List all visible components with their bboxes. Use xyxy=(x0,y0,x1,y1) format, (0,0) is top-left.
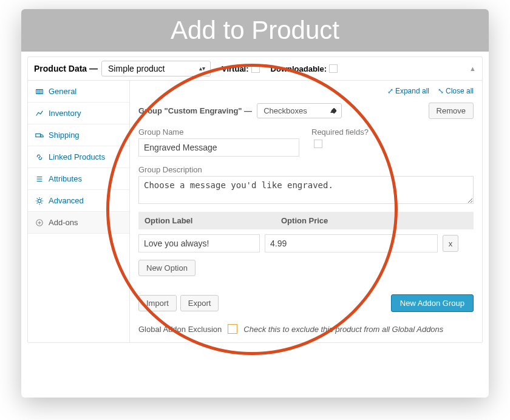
window-frame: Add to Product Product Data — Simple pro… xyxy=(21,9,489,398)
exclusion-label: Global Addon Exclusion xyxy=(138,325,222,334)
group-type-select[interactable]: Checkboxes ▴▾ xyxy=(257,103,342,118)
sidebar-item-label: Advanced xyxy=(49,196,84,205)
sidebar-item-label: Attributes xyxy=(49,174,82,183)
import-button[interactable]: Import xyxy=(138,295,177,311)
sidebar-item-label: General xyxy=(49,87,76,96)
sidebar-item-label: Add-ons xyxy=(49,218,78,227)
downloadable-label: Downloadable: xyxy=(271,64,327,73)
option-price-input[interactable] xyxy=(265,234,438,252)
option-price-head: Option Price xyxy=(281,216,328,225)
option-row: x xyxy=(138,234,474,252)
sidebar-item-shipping[interactable]: Shipping xyxy=(28,124,129,146)
exclusion-hint: Check this to exclude this product from … xyxy=(243,325,443,334)
plus-circle-icon xyxy=(35,218,44,227)
new-option-button[interactable]: New Option xyxy=(138,260,195,276)
panel-body: General Inventory Shipping Linked Produc… xyxy=(28,81,482,342)
remove-group-button[interactable]: Remove xyxy=(429,103,474,119)
sidebar-item-label: Shipping xyxy=(49,130,80,140)
expand-all-link[interactable]: ⤢Expand all xyxy=(387,87,429,95)
export-button[interactable]: Export xyxy=(180,295,219,311)
remove-option-button[interactable]: x xyxy=(443,235,458,252)
exclusion-row: Global Addon Exclusion Check this to exc… xyxy=(138,324,474,334)
name-required-row: Group Name Required fields? xyxy=(138,127,474,157)
sidebar: General Inventory Shipping Linked Produc… xyxy=(28,81,130,342)
group-name-label: Group Name xyxy=(138,127,299,137)
group-desc-input[interactable] xyxy=(138,176,474,204)
truck-icon xyxy=(35,131,44,140)
group-header-row: Group "Custom Engraving" — Checkboxes ▴▾… xyxy=(138,103,474,119)
product-type-select[interactable]: Simple product ▴▾ xyxy=(101,61,211,76)
sidebar-item-general[interactable]: General xyxy=(28,81,129,103)
panel-header: Product Data — Simple product ▴▾ Virtual… xyxy=(28,57,482,81)
collapse-icon: ⤡ xyxy=(438,87,444,95)
wrench-icon xyxy=(35,87,44,96)
option-label-head: Option Label xyxy=(144,216,281,225)
sidebar-item-label: Linked Products xyxy=(49,152,105,161)
required-fields-label: Required fields? xyxy=(311,127,396,137)
required-fields-checkbox[interactable] xyxy=(314,140,322,148)
sidebar-item-attributes[interactable]: Attributes xyxy=(28,168,129,190)
group-desc-label: Group Description xyxy=(138,165,474,174)
sidebar-item-addons[interactable]: Add-ons xyxy=(28,212,129,234)
link-icon xyxy=(35,153,44,161)
group-title: Group "Custom Engraving" — xyxy=(138,106,252,115)
group-type-value: Checkboxes xyxy=(264,106,307,115)
sidebar-item-linked[interactable]: Linked Products xyxy=(28,146,129,168)
product-data-panel: Product Data — Simple product ▴▾ Virtual… xyxy=(27,56,483,343)
footer-row: Import Export New Addon Group xyxy=(138,294,474,312)
expand-collapse-row: ⤢Expand all ⤡Close all xyxy=(138,87,474,95)
banner-title: Add to Product xyxy=(171,16,339,45)
sidebar-item-label: Inventory xyxy=(49,109,81,118)
svg-point-8 xyxy=(38,199,41,202)
downloadable-checkbox[interactable] xyxy=(329,64,338,73)
sidebar-item-advanced[interactable]: Advanced xyxy=(28,190,129,212)
updown-icon: ▴▾ xyxy=(199,66,205,72)
list-icon xyxy=(35,175,44,183)
virtual-checkbox[interactable] xyxy=(251,64,260,73)
banner: Add to Product xyxy=(21,9,489,52)
product-type-value: Simple product xyxy=(108,64,165,73)
svg-rect-4 xyxy=(36,134,41,137)
close-all-link[interactable]: ⤡Close all xyxy=(438,87,474,95)
gear-icon xyxy=(35,197,44,205)
option-header: Option Label Option Price xyxy=(138,212,474,229)
updown-icon: ▴▾ xyxy=(330,108,336,114)
chart-icon xyxy=(35,109,44,118)
group-name-input[interactable] xyxy=(138,138,299,157)
content-area: ⤢Expand all ⤡Close all Group "Custom Eng… xyxy=(130,81,482,342)
exclusion-checkbox[interactable] xyxy=(228,324,237,334)
new-addon-group-button[interactable]: New Addon Group xyxy=(391,294,474,312)
expand-icon: ⤢ xyxy=(387,87,393,95)
virtual-label: Virtual: xyxy=(222,64,249,73)
group-desc-block: Group Description xyxy=(138,165,474,206)
sidebar-item-inventory[interactable]: Inventory xyxy=(28,103,129,124)
product-data-label: Product Data — xyxy=(34,64,98,73)
collapse-toggle[interactable]: ▲ xyxy=(469,65,476,72)
option-label-input[interactable] xyxy=(138,234,260,252)
